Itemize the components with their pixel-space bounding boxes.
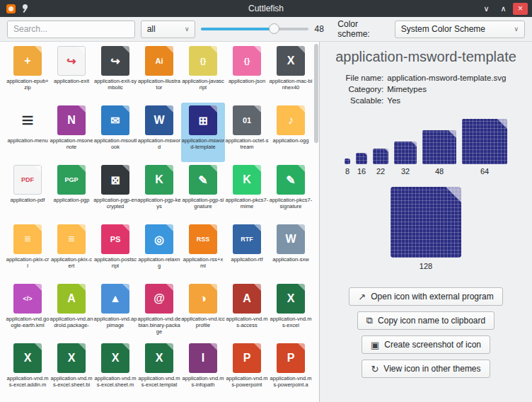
screenshot-button[interactable]: ▣ Create screenshot of icon bbox=[362, 335, 490, 354]
grid-item-application-menu[interactable]: ≡application-menu bbox=[6, 103, 50, 162]
icon-label: application-pgp-signature bbox=[181, 197, 225, 209]
grid-item-application-illustrator[interactable]: Aiapplication-illustrator bbox=[137, 43, 181, 103]
preview-row: 81622324864 bbox=[320, 119, 532, 176]
grid-item-application-msoutlook[interactable]: ✉application-msoutlook bbox=[93, 103, 137, 162]
mime-type-icon: N bbox=[57, 105, 86, 135]
grid-item-application-pgp-keys[interactable]: Kapplication-pgp-keys bbox=[137, 162, 181, 222]
grid-item-application-vnd-ms-excel-sheet-m[interactable]: Xapplication-vnd.ms-excel.sheet.m bbox=[93, 340, 137, 400]
refresh-icon: ↻ bbox=[371, 364, 378, 374]
icon-label: application-mac-binhex40 bbox=[269, 78, 313, 91]
grid-item-application-mac-binhex40[interactable]: Xapplication-mac-binhex40 bbox=[269, 43, 313, 103]
grid-item-application-postscript[interactable]: PSapplication-postscript bbox=[93, 222, 137, 281]
grid-item-application-exit-symbolic[interactable]: ↪application-exit-symbolic bbox=[93, 43, 137, 103]
icon-label: application-sxw bbox=[269, 256, 313, 263]
grid-item-application-relaxng[interactable]: ◎application-relaxng bbox=[137, 222, 181, 281]
grid-item-application-pkcs7-signature[interactable]: ✎application-pkcs7-signature bbox=[269, 162, 313, 222]
grid-item-application-pgp-encrypted[interactable]: ⊠application-pgp-encrypted bbox=[93, 162, 137, 222]
slider-handle[interactable] bbox=[269, 23, 279, 34]
grid-item-application-epub+zip[interactable]: +application-epub+zip bbox=[6, 43, 50, 103]
mime-type-icon: ↪ bbox=[57, 46, 86, 76]
icon-label: application-pgp-encrypted bbox=[93, 197, 137, 209]
pin-icon[interactable] bbox=[21, 4, 29, 13]
grid-item-application-vnd-google-earth-kml[interactable]: </>application-vnd.google-earth.kml bbox=[6, 281, 50, 340]
grid-item-application-pgp[interactable]: PGPapplication-pgp bbox=[50, 162, 93, 222]
msword-template-icon bbox=[462, 119, 507, 164]
grid-item-application-vnd-iccprofile[interactable]: ◑application-vnd.iccprofile bbox=[181, 281, 225, 340]
category-filter-select[interactable]: all ∨ bbox=[141, 21, 196, 38]
grid-item-application-pkix-crl[interactable]: ≡application-pkix-crl bbox=[6, 222, 50, 281]
msword-template-icon bbox=[394, 142, 417, 164]
grid-item-application-vnd-ms-excel-addin-m[interactable]: Xapplication-vnd.ms-excel.addin.m bbox=[6, 340, 50, 400]
icon-label: application-pdf bbox=[6, 197, 50, 203]
main-area: +application-epub+zip↪application-exit↪a… bbox=[0, 41, 532, 402]
color-scheme-select[interactable]: System Color Scheme ∨ bbox=[395, 21, 525, 38]
copy-name-button[interactable]: ⧉ Copy icon name to clipboard bbox=[357, 311, 495, 330]
filter-value: all bbox=[147, 24, 156, 34]
chevron-down-icon: ∨ bbox=[185, 25, 190, 33]
icon-label: application-vnd.iccprofile bbox=[181, 316, 225, 328]
icon-label: application-vnd.android.package- bbox=[50, 316, 93, 328]
grid-item-application-pdf[interactable]: PDFapplication-pdf bbox=[6, 162, 50, 222]
minimize-button[interactable]: ∨ bbox=[479, 3, 494, 15]
open-external-button[interactable]: ↗ Open icon with external program bbox=[349, 287, 502, 306]
grid-item-application-msword-template[interactable]: ⊞application-msword-template bbox=[181, 103, 225, 162]
search-input[interactable] bbox=[7, 21, 135, 38]
grid-item-application-pgp-signature[interactable]: ✎application-pgp-signature bbox=[181, 162, 225, 222]
window-controls: ∨ ∧ × bbox=[450, 3, 528, 15]
grid-item-application-vnd-ms-infopath[interactable]: Iapplication-vnd.ms-infopath bbox=[181, 340, 225, 400]
grid-item-application-rss+xml[interactable]: RSSapplication-rss+xml bbox=[181, 222, 225, 281]
icon-label: application-vnd.google-earth.kml bbox=[6, 316, 50, 328]
grid-item-application-json[interactable]: {}application-json bbox=[225, 43, 269, 103]
size-slider[interactable] bbox=[201, 23, 308, 35]
scalable-value: Yes bbox=[387, 96, 506, 105]
icon-label: application-msonenote bbox=[50, 137, 93, 150]
grid-item-application-vnd-appimage[interactable]: ▲application-vnd.appimage bbox=[93, 281, 137, 340]
grid-item-application-vnd-ms-access[interactable]: Aapplication-vnd.ms-access bbox=[225, 281, 269, 340]
mime-type-icon: ⊠ bbox=[101, 165, 129, 195]
grid-item-application-vnd-ms-powerpoint[interactable]: Papplication-vnd.ms-powerpoint bbox=[225, 340, 269, 400]
icon-label: application-rss+xml bbox=[181, 256, 225, 269]
grid-item-application-sxw[interactable]: Wapplication-sxw bbox=[269, 222, 313, 281]
scrollbar-thumb[interactable] bbox=[314, 44, 318, 143]
preview-64: 64 bbox=[462, 119, 507, 176]
icon-label: application-vnd.ms-excel.addin.m bbox=[6, 375, 50, 388]
mime-type-icon: Ai bbox=[145, 46, 173, 76]
grid-item-application-vnd-debian-binary-package[interactable]: @application-vnd.debian.binary-package bbox=[137, 281, 181, 340]
cuttlefish-app-icon bbox=[6, 4, 16, 13]
icon-grid-panel: +application-epub+zip↪application-exit↪a… bbox=[0, 42, 320, 402]
grid-item-application-vnd-ms-excel-sheet-bi[interactable]: Xapplication-vnd.ms-excel.sheet.bi bbox=[50, 340, 93, 400]
grid-item-application-vnd-ms-excel[interactable]: Xapplication-vnd.ms-excel bbox=[269, 281, 313, 340]
size-value: 48 bbox=[314, 24, 326, 34]
grid-item-application-ogg[interactable]: ♪application-ogg bbox=[269, 103, 313, 162]
grid-item-application-octet-stream[interactable]: 01application-octet-stream bbox=[225, 103, 269, 162]
mime-type-icon: ◑ bbox=[189, 284, 217, 314]
mime-type-icon: A bbox=[57, 284, 86, 314]
preview-size-label: 64 bbox=[480, 167, 489, 176]
msword-template-icon bbox=[422, 130, 456, 164]
grid-item-application-pkcs7-mime[interactable]: Kapplication-pkcs7-mime bbox=[225, 162, 269, 222]
mime-type-icon: RTF bbox=[233, 224, 261, 254]
grid-item-application-rtf[interactable]: RTFapplication-rtf bbox=[225, 222, 269, 281]
grid-item-application-exit[interactable]: ↪application-exit bbox=[50, 43, 93, 103]
chevron-down-icon: ∨ bbox=[514, 25, 519, 33]
mime-type-icon: </> bbox=[13, 284, 42, 314]
grid-item-application-vnd-android-package-[interactable]: Aapplication-vnd.android.package- bbox=[50, 281, 93, 340]
grid-item-application-msword[interactable]: Wapplication-msword bbox=[137, 103, 181, 162]
grid-item-application-javascript[interactable]: {}application-javascript bbox=[181, 43, 225, 103]
file-name-label: File name: bbox=[346, 74, 384, 82]
grid-item-application-pkix-cert[interactable]: ≡application-pkix-cert bbox=[50, 222, 93, 281]
close-button[interactable]: × bbox=[513, 3, 528, 15]
category-label: Category: bbox=[346, 85, 384, 93]
icon-label: application-vnd.ms-excel.sheet.bi bbox=[50, 375, 93, 388]
maximize-button[interactable]: ∧ bbox=[496, 3, 511, 15]
mime-type-icon: X bbox=[277, 46, 305, 76]
mime-type-icon: ⊞ bbox=[189, 105, 217, 135]
icon-label: application-illustrator bbox=[137, 78, 181, 91]
grid-item-application-vnd-ms-powerpoint-a[interactable]: Papplication-vnd.ms-powerpoint.a bbox=[269, 340, 313, 400]
mime-type-icon: X bbox=[277, 284, 305, 314]
icon-label: application-vnd.ms-excel.templat bbox=[137, 375, 181, 388]
view-themes-button[interactable]: ↻ View icon in other themes bbox=[362, 360, 490, 378]
grid-item-application-vnd-ms-excel-templat[interactable]: Xapplication-vnd.ms-excel.templat bbox=[137, 340, 181, 400]
grid-item-application-msonenote[interactable]: Napplication-msonenote bbox=[50, 103, 93, 162]
mime-type-icon: K bbox=[145, 165, 173, 195]
